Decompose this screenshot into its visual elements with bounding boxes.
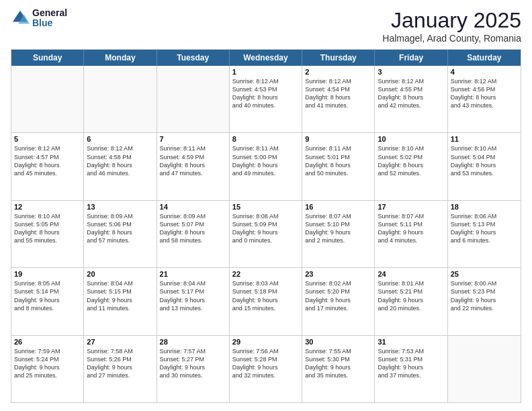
day-number: 28 [160,338,226,346]
cal-cell-31: 31Sunrise: 7:53 AM Sunset: 5:31 PM Dayli… [375,336,447,402]
day-info: Sunrise: 7:58 AM Sunset: 5:26 PM Dayligh… [87,347,153,380]
day-number: 7 [160,135,226,143]
day-number: 13 [87,203,153,211]
calendar-body: 1Sunrise: 8:12 AM Sunset: 4:53 PM Daylig… [11,66,521,402]
day-number: 24 [378,270,444,278]
cal-cell-26: 26Sunrise: 7:59 AM Sunset: 5:24 PM Dayli… [11,336,84,402]
location: Halmagel, Arad County, Romania [382,33,521,44]
week-row-2: 12Sunrise: 8:10 AM Sunset: 5:05 PM Dayli… [11,201,521,268]
header-day-monday: Monday [84,50,157,66]
day-info: Sunrise: 8:12 AM Sunset: 4:57 PM Dayligh… [14,144,81,177]
calendar: SundayMondayTuesdayWednesdayThursdayFrid… [11,49,521,403]
cal-cell-7: 7Sunrise: 8:11 AM Sunset: 4:59 PM Daylig… [157,133,230,199]
cal-cell-28: 28Sunrise: 7:57 AM Sunset: 5:27 PM Dayli… [157,336,230,402]
logo-blue-text: Blue [32,18,67,28]
week-row-1: 5Sunrise: 8:12 AM Sunset: 4:57 PM Daylig… [11,133,521,200]
cal-cell-27: 27Sunrise: 7:58 AM Sunset: 5:26 PM Dayli… [84,336,157,402]
header-day-friday: Friday [375,50,447,66]
day-info: Sunrise: 7:59 AM Sunset: 5:24 PM Dayligh… [14,347,81,380]
cal-cell-14: 14Sunrise: 8:09 AM Sunset: 5:07 PM Dayli… [157,201,230,267]
day-info: Sunrise: 8:12 AM Sunset: 4:54 PM Dayligh… [305,77,371,110]
day-info: Sunrise: 7:55 AM Sunset: 5:30 PM Dayligh… [305,347,371,380]
day-number: 29 [232,338,299,346]
cal-cell-5: 5Sunrise: 8:12 AM Sunset: 4:57 PM Daylig… [11,133,84,199]
cal-cell-20: 20Sunrise: 8:04 AM Sunset: 5:15 PM Dayli… [84,268,157,334]
day-number: 4 [451,68,518,76]
header-day-thursday: Thursday [302,50,375,66]
day-info: Sunrise: 8:00 AM Sunset: 5:23 PM Dayligh… [451,279,518,312]
day-number: 27 [87,338,153,346]
day-number: 21 [160,270,226,278]
day-info: Sunrise: 8:04 AM Sunset: 5:15 PM Dayligh… [87,279,153,312]
day-info: Sunrise: 8:02 AM Sunset: 5:20 PM Dayligh… [305,279,371,312]
cal-cell-9: 9Sunrise: 8:11 AM Sunset: 5:01 PM Daylig… [302,133,375,199]
cal-cell-3: 3Sunrise: 8:12 AM Sunset: 4:55 PM Daylig… [375,66,447,132]
cal-cell-16: 16Sunrise: 8:07 AM Sunset: 5:10 PM Dayli… [302,201,375,267]
day-number: 8 [232,135,299,143]
day-number: 22 [232,270,299,278]
day-info: Sunrise: 8:11 AM Sunset: 4:59 PM Dayligh… [160,144,226,177]
header-day-tuesday: Tuesday [157,50,230,66]
day-info: Sunrise: 7:53 AM Sunset: 5:31 PM Dayligh… [378,347,444,380]
header-day-wednesday: Wednesday [230,50,302,66]
cal-cell-23: 23Sunrise: 8:02 AM Sunset: 5:20 PM Dayli… [302,268,375,334]
day-info: Sunrise: 8:10 AM Sunset: 5:05 PM Dayligh… [14,212,81,245]
day-number: 15 [232,203,299,211]
day-number: 6 [87,135,153,143]
day-info: Sunrise: 8:12 AM Sunset: 4:53 PM Dayligh… [232,77,299,110]
day-info: Sunrise: 8:10 AM Sunset: 5:04 PM Dayligh… [451,144,518,177]
day-info: Sunrise: 8:12 AM Sunset: 4:55 PM Dayligh… [378,77,444,110]
logo: General Blue [11,8,67,29]
day-number: 11 [451,135,518,143]
day-number: 26 [14,338,81,346]
day-number: 16 [305,203,371,211]
cal-cell-24: 24Sunrise: 8:01 AM Sunset: 5:21 PM Dayli… [375,268,447,334]
day-info: Sunrise: 8:09 AM Sunset: 5:07 PM Dayligh… [160,212,226,245]
day-info: Sunrise: 8:07 AM Sunset: 5:10 PM Dayligh… [305,212,371,245]
cal-cell-10: 10Sunrise: 8:10 AM Sunset: 5:02 PM Dayli… [375,133,447,199]
day-number: 12 [14,203,81,211]
day-number: 10 [378,135,444,143]
day-number: 18 [451,203,518,211]
cal-cell-empty-0-0 [11,66,84,132]
page: General Blue January 2025 Halmagel, Arad… [0,0,532,411]
logo-text: General Blue [32,8,67,29]
day-number: 30 [305,338,371,346]
cal-cell-30: 30Sunrise: 7:55 AM Sunset: 5:30 PM Dayli… [302,336,375,402]
title-block: January 2025 Halmagel, Arad County, Roma… [382,8,521,44]
header-day-sunday: Sunday [11,50,84,66]
day-number: 14 [160,203,226,211]
day-info: Sunrise: 8:11 AM Sunset: 5:01 PM Dayligh… [305,144,371,177]
day-info: Sunrise: 8:09 AM Sunset: 5:06 PM Dayligh… [87,212,153,245]
cal-cell-17: 17Sunrise: 8:07 AM Sunset: 5:11 PM Dayli… [375,201,447,267]
header-day-saturday: Saturday [448,50,521,66]
cal-cell-empty-0-2 [157,66,230,132]
cal-cell-6: 6Sunrise: 8:12 AM Sunset: 4:58 PM Daylig… [84,133,157,199]
day-number: 25 [451,270,518,278]
cal-cell-1: 1Sunrise: 8:12 AM Sunset: 4:53 PM Daylig… [230,66,302,132]
day-info: Sunrise: 7:56 AM Sunset: 5:28 PM Dayligh… [232,347,299,380]
day-info: Sunrise: 8:03 AM Sunset: 5:18 PM Dayligh… [232,279,299,312]
logo-icon [11,9,30,28]
day-info: Sunrise: 8:05 AM Sunset: 5:14 PM Dayligh… [14,279,81,312]
month-title: January 2025 [382,8,521,33]
week-row-0: 1Sunrise: 8:12 AM Sunset: 4:53 PM Daylig… [11,66,521,133]
day-info: Sunrise: 8:01 AM Sunset: 5:21 PM Dayligh… [378,279,444,312]
day-info: Sunrise: 8:12 AM Sunset: 4:58 PM Dayligh… [87,144,153,177]
cal-cell-12: 12Sunrise: 8:10 AM Sunset: 5:05 PM Dayli… [11,201,84,267]
day-info: Sunrise: 8:04 AM Sunset: 5:17 PM Dayligh… [160,279,226,312]
cal-cell-11: 11Sunrise: 8:10 AM Sunset: 5:04 PM Dayli… [448,133,521,199]
day-number: 23 [305,270,371,278]
cal-cell-18: 18Sunrise: 8:06 AM Sunset: 5:13 PM Dayli… [448,201,521,267]
day-info: Sunrise: 8:08 AM Sunset: 5:09 PM Dayligh… [232,212,299,245]
day-number: 31 [378,338,444,346]
week-row-3: 19Sunrise: 8:05 AM Sunset: 5:14 PM Dayli… [11,268,521,335]
day-number: 19 [14,270,81,278]
day-number: 2 [305,68,371,76]
day-info: Sunrise: 8:06 AM Sunset: 5:13 PM Dayligh… [451,212,518,245]
cal-cell-22: 22Sunrise: 8:03 AM Sunset: 5:18 PM Dayli… [230,268,302,334]
calendar-header: SundayMondayTuesdayWednesdayThursdayFrid… [11,50,521,66]
cal-cell-2: 2Sunrise: 8:12 AM Sunset: 4:54 PM Daylig… [302,66,375,132]
day-info: Sunrise: 7:57 AM Sunset: 5:27 PM Dayligh… [160,347,226,380]
day-info: Sunrise: 8:10 AM Sunset: 5:02 PM Dayligh… [378,144,444,177]
